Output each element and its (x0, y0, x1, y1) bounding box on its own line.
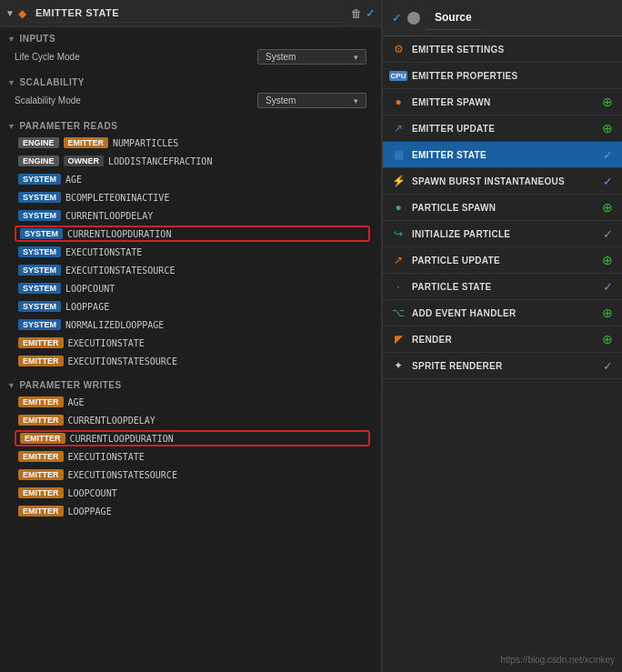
scalability-dropdown[interactable]: System ▾ (257, 93, 366, 108)
right-item-particle-update[interactable]: ↗ PARTICLE UPDATE ⊕ (383, 247, 622, 274)
tag-emitter: EMITTER (18, 469, 64, 480)
plus-icon[interactable]: ⊕ (600, 95, 615, 109)
item-label: SPRITE RENDERER (412, 361, 595, 371)
collapse-arrow[interactable]: ▼ (5, 8, 15, 18)
check-icon: ✓ (600, 358, 615, 373)
inputs-section: ▼ INPUTS Life Cycle Mode System ▾ (0, 27, 381, 71)
source-label: Source (426, 5, 481, 30)
param-row: SYSTEM LOOPPAGE (0, 297, 381, 316)
item-label: PARTICLE UPDATE (412, 256, 595, 266)
param-name: AGE (65, 175, 82, 185)
param-name: LOOPCOUNT (68, 488, 117, 498)
scalability-arrow: ▼ (7, 78, 15, 87)
lightning-icon: ⚡ (390, 173, 406, 189)
param-name: EXECUTIONSTATESOURCE (68, 356, 177, 366)
plus-icon[interactable]: ⊕ (600, 306, 615, 320)
item-label: EMITTER SETTINGS (412, 45, 615, 55)
param-write-row: EMITTER LOOPPAGE (0, 502, 381, 520)
emitter-state-header: ▼ ◆ EMITTER STATE 🗑 ✓ (0, 0, 381, 27)
right-item-initialize-particle[interactable]: ↪ INITIALIZE PARTICLE ✓ (383, 221, 622, 247)
param-name: BCOMPLETEONINACTIVE (65, 193, 169, 203)
delete-icon[interactable]: 🗑 (351, 7, 362, 20)
tag-emitter: EMITTER (18, 396, 64, 407)
param-name: EXECUTIONSTATE (65, 247, 142, 257)
right-item-particle-spawn[interactable]: ● PARTICLE SPAWN ⊕ (383, 195, 622, 221)
tag-engine: ENGINE (18, 137, 59, 148)
parameter-writes-label[interactable]: ▼ PARAMETER WRITES (0, 377, 381, 393)
right-item-sprite-renderer[interactable]: ✦ SPRITE RENDERER ✓ (383, 353, 622, 379)
right-item-add-event[interactable]: ⌥ ADD EVENT HANDLER ⊕ (383, 300, 622, 326)
item-label: PARTICLE SPAWN (412, 203, 595, 213)
tag-system: SYSTEM (18, 265, 61, 276)
item-label: EMITTER UPDATE (412, 124, 595, 134)
circle-particle-icon: ● (390, 199, 406, 216)
param-name: NUMPARTICLES (113, 138, 178, 148)
param-row: ENGINE OWNER LODDISTANCEFRACTION (0, 152, 381, 170)
item-label: SPAWN BURST INSTANTANEOUS (412, 176, 595, 186)
param-name: EXECUTIONSTATE (68, 338, 145, 348)
arrow-update-icon: ↗ (390, 120, 406, 136)
tag-emitter: EMITTER (64, 137, 109, 148)
param-row: SYSTEM CURRENTLOOPDELAY (0, 206, 381, 225)
item-label: EMITTER PROPERTIES (412, 71, 615, 81)
param-name: CURRENTLOOPDELAY (65, 211, 153, 221)
right-item-emitter-settings[interactable]: ⚙ EMITTER SETTINGS (383, 36, 622, 63)
item-label: PARTICLE STATE (412, 282, 595, 292)
source-dot (407, 12, 420, 25)
lifecycle-label: Life Cycle Mode (15, 52, 80, 62)
param-row: SYSTEM LOOPCOUNT (0, 279, 381, 297)
cpu-icon: CPU (390, 67, 406, 84)
plus-icon[interactable]: ⊕ (600, 121, 615, 135)
scalability-mode-label: Scalability Mode (15, 95, 81, 105)
dropdown-arrow: ▾ (354, 53, 358, 62)
plus-icon[interactable]: ⊕ (600, 253, 615, 267)
check-icon: ✓ (600, 226, 615, 241)
scalability-dropdown-arrow: ▾ (354, 96, 358, 105)
param-name: NORMALIZEDLOOPPAGE (65, 320, 164, 330)
right-item-emitter-properties[interactable]: CPU EMITTER PROPERTIES (383, 63, 622, 89)
tag-system: SYSTEM (18, 319, 61, 330)
item-label: EMITTER SPAWN (412, 97, 595, 107)
item-label: EMITTER STATE (412, 150, 595, 160)
param-row: SYSTEM AGE (0, 170, 381, 188)
tag-engine: ENGINE (18, 155, 59, 166)
header-triangle-icon: ◆ (18, 7, 26, 20)
highlighted-param-row: SYSTEM CURRENTLOOPDURATION (15, 226, 370, 242)
source-check: ✓ (392, 11, 402, 25)
param-row: SYSTEM EXECUTIONSTATE (0, 243, 381, 261)
param-name: CURRENTLOOPDURATION (67, 229, 171, 239)
plus-icon[interactable]: ⊕ (600, 200, 615, 215)
param-name: EXECUTIONSTATESOURCE (68, 470, 177, 480)
right-item-particle-state[interactable]: · PARTICLE STATE ✓ (383, 274, 622, 300)
grid-icon: ▦ (390, 146, 406, 163)
highlighted-write-row: EMITTER CURRENTLOOPDURATION (15, 430, 370, 446)
tag-system: SYSTEM (18, 301, 61, 312)
tag-system: SYSTEM (18, 283, 61, 294)
item-label: INITIALIZE PARTICLE (412, 229, 595, 239)
right-item-render[interactable]: ◤ RENDER ⊕ (383, 326, 622, 353)
tag-emitter: EMITTER (18, 506, 64, 517)
tag-emitter: EMITTER (18, 487, 64, 498)
check-icon[interactable]: ✓ (366, 6, 376, 20)
param-row: SYSTEM NORMALIZEDLOOPPAGE (0, 316, 381, 334)
lifecycle-row: Life Cycle Mode System ▾ (0, 46, 381, 67)
right-item-emitter-spawn[interactable]: ● EMITTER SPAWN ⊕ (383, 89, 622, 115)
source-header: ✓ Source (383, 0, 622, 36)
plus-icon[interactable]: ⊕ (600, 332, 615, 346)
tag-system: SYSTEM (18, 246, 61, 257)
right-item-emitter-update[interactable]: ↗ EMITTER UPDATE ⊕ (383, 115, 622, 142)
inputs-label[interactable]: ▼ INPUTS (0, 31, 381, 46)
param-name: CURRENTLOOPDELAY (68, 416, 156, 426)
tag-emitter: EMITTER (18, 415, 64, 426)
right-item-emitter-state[interactable]: ▦ EMITTER STATE ✓ (383, 142, 622, 168)
lifecycle-dropdown[interactable]: System ▾ (257, 49, 366, 65)
reads-arrow: ▼ (7, 122, 15, 131)
scalability-label[interactable]: ▼ SCALABILITY (0, 75, 381, 90)
init-arrow-icon: ↪ (390, 226, 406, 242)
tag-system: SYSTEM (18, 192, 61, 203)
param-name: EXECUTIONSTATE (68, 452, 145, 462)
right-item-spawn-burst[interactable]: ⚡ SPAWN BURST INSTANTANEOUS ✓ (383, 168, 622, 195)
parameter-reads-label[interactable]: ▼ PARAMETER READS (0, 118, 381, 134)
param-row: EMITTER EXECUTIONSTATE (0, 334, 381, 352)
dot-state-icon: · (390, 278, 406, 295)
